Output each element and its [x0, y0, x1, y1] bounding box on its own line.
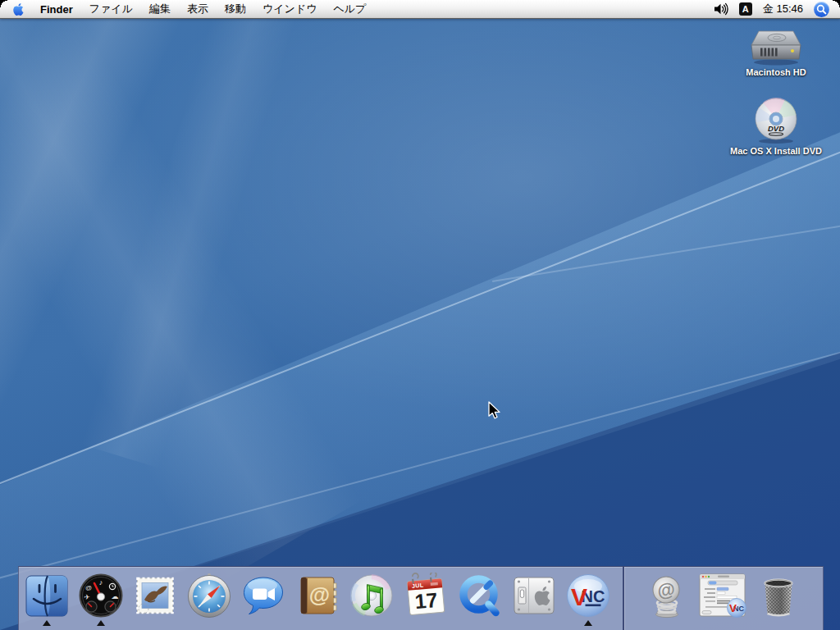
- vnc-icon: NC V: [565, 573, 611, 619]
- finder-icon: [24, 573, 70, 619]
- trash-icon: [756, 573, 801, 619]
- screen-corner: [0, 0, 7, 7]
- dock-item-dashboard[interactable]: ♪ @ ☁ ✈: [78, 573, 124, 626]
- desktop-icon-macintosh-hd[interactable]: Macintosh HD: [727, 25, 825, 77]
- menu-go[interactable]: 移動: [217, 0, 254, 18]
- svg-text:V: V: [729, 602, 737, 614]
- menu-bar-left: Finder ファイル 編集 表示 移動 ウインドウ ヘルプ: [0, 0, 374, 18]
- running-indicator: [43, 620, 51, 626]
- menu-app-name[interactable]: Finder: [32, 0, 81, 18]
- desktop-icon-label: Mac OS X Install DVD: [730, 146, 822, 156]
- dock: ♪ @ ☁ ✈: [18, 566, 824, 630]
- input-method-icon[interactable]: A: [739, 2, 752, 16]
- dock-item-at-spring[interactable]: @: [644, 573, 690, 626]
- safari-icon: [186, 573, 232, 619]
- running-indicator: [97, 620, 105, 626]
- volume-icon[interactable]: [714, 2, 728, 16]
- system-preferences-icon: [511, 573, 557, 619]
- hard-drive-icon: [746, 25, 806, 66]
- dock-item-system-preferences[interactable]: [511, 573, 557, 626]
- svg-text:♪: ♪: [99, 578, 103, 587]
- desktop-wallpaper: [0, 0, 840, 630]
- vnc-badge: NC V: [728, 599, 746, 618]
- dock-item-mail[interactable]: [132, 573, 178, 626]
- dock-item-ical[interactable]: JUL 17: [403, 573, 449, 626]
- itunes-icon: [349, 573, 395, 619]
- dock-item-safari[interactable]: [186, 573, 232, 626]
- dock-item-minimized-vnc-window[interactable]: NC V: [698, 573, 747, 626]
- spotlight-icon[interactable]: [814, 2, 829, 17]
- svg-text:@: @: [85, 584, 92, 591]
- dashboard-icon: ♪ @ ☁ ✈: [78, 573, 124, 619]
- menu-file[interactable]: ファイル: [81, 0, 141, 18]
- mail-stamp-icon: [132, 573, 178, 619]
- desktop-icon-label: Macintosh HD: [746, 67, 806, 77]
- ichat-icon: [240, 573, 286, 619]
- dock-item-finder[interactable]: [24, 573, 70, 626]
- mouse-cursor: [487, 401, 502, 421]
- quicktime-icon: [457, 573, 503, 619]
- menu-window[interactable]: ウインドウ: [254, 0, 326, 18]
- svg-text:✈: ✈: [84, 593, 90, 601]
- dock-item-vnc[interactable]: NC V: [565, 573, 611, 626]
- screen-corner: [833, 0, 840, 7]
- address-book-icon: @: [294, 573, 340, 619]
- dock-separator: [623, 567, 624, 630]
- dock-item-trash[interactable]: [756, 573, 801, 626]
- dvd-logo-text: DVD: [768, 124, 784, 133]
- dock-item-address-book[interactable]: @: [294, 573, 340, 626]
- svg-text:☁: ☁: [112, 592, 119, 600]
- address-book-at-glyph: @: [309, 582, 330, 607]
- dock-item-quicktime[interactable]: [457, 573, 503, 626]
- dock-item-ichat[interactable]: [240, 573, 286, 626]
- running-indicator: [584, 620, 592, 626]
- apple-logo-icon: [11, 2, 25, 16]
- dock-item-itunes[interactable]: [349, 573, 395, 626]
- menu-bar: Finder ファイル 編集 表示 移動 ウインドウ ヘルプ A 金 15:46: [0, 0, 840, 19]
- menu-view[interactable]: 表示: [179, 0, 217, 18]
- vnc-v-text: V: [571, 583, 587, 610]
- ical-day-text: 17: [413, 588, 438, 613]
- menu-bar-clock[interactable]: 金 15:46: [763, 2, 803, 16]
- ical-icon: JUL 17: [403, 573, 449, 619]
- menu-help[interactable]: ヘルプ: [325, 0, 374, 18]
- menu-bar-right: A 金 15:46: [714, 0, 840, 18]
- spring-at-glyph: @: [656, 578, 677, 601]
- magnifier-glyph: [815, 3, 828, 16]
- dvd-disc-icon: DVD: [752, 97, 800, 144]
- at-spring-icon: @: [644, 573, 690, 619]
- desktop-icon-install-dvd[interactable]: DVD Mac OS X Install DVD: [702, 97, 840, 156]
- menu-edit[interactable]: 編集: [141, 0, 179, 18]
- minimized-window-thumbnail: NC V: [698, 573, 747, 619]
